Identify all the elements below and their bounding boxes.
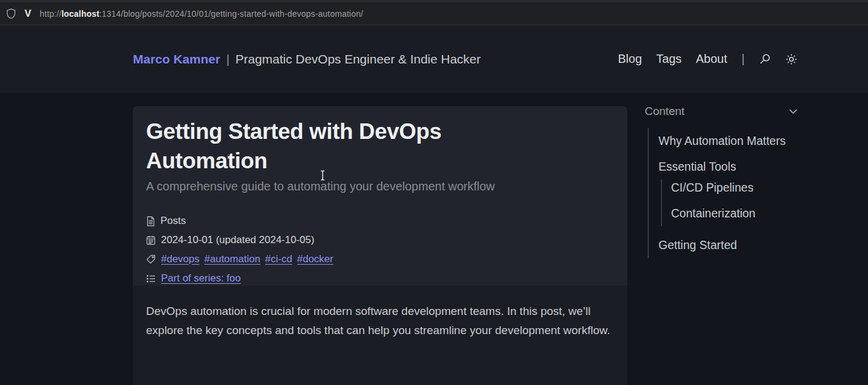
tag-link-devops[interactable]: #devops xyxy=(161,253,199,265)
main-content: Getting Started with DevOps Automation A… xyxy=(0,93,868,385)
nav-item-blog[interactable]: Blog xyxy=(618,52,642,66)
url-path: :1314/blog/posts/2024/10/01/getting-star… xyxy=(99,9,363,19)
post-title: Getting Started with DevOps Automation xyxy=(146,117,517,175)
calendar-icon xyxy=(146,235,156,245)
post-body: DevOps automation is crucial for modern … xyxy=(133,286,627,385)
document-icon xyxy=(146,216,155,226)
tag-link-automation[interactable]: #automation xyxy=(204,253,260,265)
site-header: Marco Kamner | Pragmatic DevOps Engineer… xyxy=(0,25,868,93)
url-scheme: http:// xyxy=(40,9,61,19)
site-brand[interactable]: Marco Kamner | Pragmatic DevOps Engineer… xyxy=(133,52,481,66)
nav-item-tags[interactable]: Tags xyxy=(656,52,681,66)
post-meta: Posts 2024-10-01 (updated 2024-10-05) #d… xyxy=(146,211,612,288)
meta-date: 2024-10-01 (updated 2024-10-05) xyxy=(161,234,314,246)
post-subtitle: A comprehensive guide to automating your… xyxy=(146,180,612,193)
toc-item-why-automation-matters[interactable]: Why Automation Matters xyxy=(658,128,798,154)
nav-separator: | xyxy=(742,52,745,66)
toc-list: Why Automation Matters Essential Tools C… xyxy=(648,128,798,258)
chevron-down-icon[interactable] xyxy=(788,106,798,117)
meta-category-row: Posts xyxy=(146,211,612,231)
search-icon[interactable] xyxy=(759,53,771,65)
table-of-contents: Content Why Automation Matters Essential… xyxy=(645,105,798,258)
url-host: localhost xyxy=(62,9,99,19)
nav-item-about[interactable]: About xyxy=(696,52,727,66)
meta-date-row: 2024-10-01 (updated 2024-10-05) xyxy=(146,231,612,250)
brand-tagline: Pragmatic DevOps Engineer & Indie Hacker xyxy=(235,52,481,66)
toc-item-cicd-pipelines[interactable]: CI/CD Pipelines xyxy=(671,180,798,201)
tag-link-ci-cd[interactable]: #ci-cd xyxy=(265,253,292,265)
post-header: Getting Started with DevOps Automation A… xyxy=(133,106,627,286)
toc-item-essential-tools[interactable]: Essential Tools CI/CD Pipelines Containe… xyxy=(658,154,798,232)
brand-name[interactable]: Marco Kamner xyxy=(133,52,220,66)
toc-sublist: CI/CD Pipelines Containerization xyxy=(661,180,798,226)
main-nav: Blog Tags About | xyxy=(618,52,797,66)
tag-link-docker[interactable]: #docker xyxy=(297,253,333,265)
toc-label: Content xyxy=(645,105,685,118)
brand-separator: | xyxy=(226,52,229,66)
post-paragraph: DevOps automation is crucial for modern … xyxy=(146,302,612,339)
theme-toggle-sun-icon[interactable] xyxy=(785,53,797,65)
meta-category: Posts xyxy=(160,215,186,227)
toc-header[interactable]: Content xyxy=(645,105,798,118)
post-card: Getting Started with DevOps Automation A… xyxy=(133,106,627,385)
meta-tags-row: #devops #automation #ci-cd #docker xyxy=(146,250,612,269)
address-bar[interactable]: http://localhost:1314/blog/posts/2024/10… xyxy=(40,9,363,19)
tag-list: #devops #automation #ci-cd #docker xyxy=(161,253,333,265)
shield-icon[interactable] xyxy=(6,8,16,19)
browser-logo-icon[interactable]: V xyxy=(25,8,31,19)
browser-chrome: V http://localhost:1314/blog/posts/2024/… xyxy=(0,0,868,25)
tag-icon xyxy=(146,254,156,264)
toc-item-label: Essential Tools xyxy=(658,160,736,173)
toc-item-getting-started[interactable]: Getting Started xyxy=(658,232,798,258)
series-list-icon xyxy=(146,274,156,283)
toc-item-containerization[interactable]: Containerization xyxy=(671,201,798,226)
series-link[interactable]: Part of series: foo xyxy=(161,272,241,284)
